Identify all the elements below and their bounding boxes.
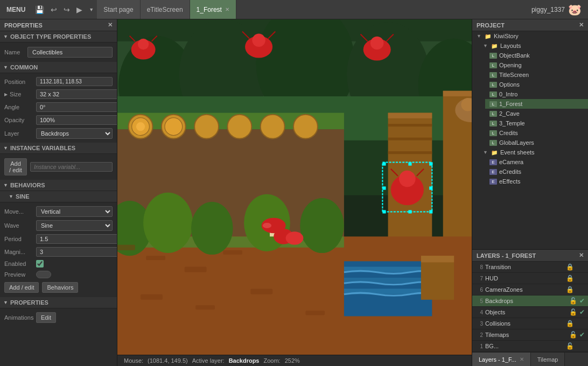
- layer-row-bg[interactable]: 1 BG... 🔓: [472, 341, 588, 352]
- tree-objectbank[interactable]: L ObjectBank: [485, 51, 588, 60]
- preview-toggle[interactable]: [36, 271, 51, 278]
- enabled-checkbox[interactable]: [36, 260, 44, 268]
- svg-rect-80: [250, 288, 272, 294]
- sine-arrow-icon: ▼: [9, 194, 13, 199]
- tab-etitlescreen[interactable]: eTitleScreen: [141, 0, 190, 19]
- tree-0intro[interactable]: L 0_Intro: [485, 89, 588, 99]
- size-input[interactable]: [36, 89, 117, 99]
- layer-lock-icon[interactable]: 🔒: [566, 320, 574, 327]
- layer-visible-icon[interactable]: ✔: [579, 331, 585, 339]
- tree-expand-icon: ▼: [483, 150, 488, 155]
- edit-animations-button[interactable]: Edit: [36, 312, 56, 323]
- layer-visible-icon[interactable]: ✔: [579, 297, 585, 305]
- tab-start-page[interactable]: Start page: [97, 0, 140, 19]
- tree-eeffects[interactable]: E eEffects: [485, 177, 588, 186]
- svg-point-47: [370, 37, 384, 50]
- position-input[interactable]: [36, 77, 113, 86]
- tree-event-sheets[interactable]: ▼ 📁 Event sheets: [479, 147, 588, 157]
- svg-point-35: [191, 202, 233, 255]
- menu-button[interactable]: MENU: [0, 6, 32, 13]
- canvas-area: Mouse: (1081.4, 149.5) Active layer: Bac…: [117, 19, 472, 366]
- zoom-label: Zoom:: [263, 357, 280, 364]
- layers-close-icon[interactable]: ✕: [579, 252, 584, 259]
- top-bar: MENU 💾 ↩ ↪ ▶ ▼ Start page eTitleScreen 1…: [0, 0, 588, 19]
- svg-point-69: [263, 223, 271, 228]
- properties-close-icon[interactable]: ✕: [108, 22, 113, 29]
- active-layer-label: Active layer:: [192, 357, 225, 364]
- project-panel: PROJECT ✕ ▼ 📁 KiwiStory ▼ 📁 Layouts L Ob…: [472, 19, 588, 249]
- game-canvas[interactable]: [117, 19, 472, 355]
- tree-titlescreen[interactable]: L TitleScreen: [485, 70, 588, 80]
- bottom-tab-layers[interactable]: Layers - 1_F... ✕: [472, 353, 531, 366]
- svg-point-16: [194, 115, 219, 139]
- angle-input[interactable]: [36, 102, 117, 112]
- project-close-icon[interactable]: ✕: [579, 22, 584, 29]
- section-behaviors[interactable]: ▼ BEHAVIORS: [0, 180, 117, 191]
- layer-lock-icon[interactable]: 🔓: [566, 342, 574, 350]
- layer-lock-icon[interactable]: 🔓: [569, 331, 577, 339]
- folder-icon: 📁: [491, 150, 498, 156]
- name-input[interactable]: [27, 47, 113, 58]
- tree-ecredits[interactable]: E eCredits: [485, 167, 588, 177]
- tree-credits[interactable]: L Credits: [485, 128, 588, 138]
- add-edit-behaviors-button[interactable]: Add / edit: [4, 282, 39, 293]
- layer-visible-icon[interactable]: ✔: [579, 308, 585, 316]
- period-input[interactable]: [36, 234, 117, 244]
- layer-row-tilemaps[interactable]: 2 Tilemaps 🔓 ✔: [472, 329, 588, 341]
- svg-point-71: [286, 231, 304, 245]
- name-row: Name: [0, 45, 117, 60]
- layer-lock-icon[interactable]: 🔒: [566, 263, 574, 271]
- tree-globallayers[interactable]: L GlobalLayers: [485, 138, 588, 147]
- tree-options[interactable]: L Options: [485, 80, 588, 89]
- tab-1forest[interactable]: 1_Forest ✕: [190, 0, 236, 19]
- wave-select[interactable]: Sine: [36, 220, 113, 231]
- undo-icon[interactable]: ↩: [47, 5, 60, 14]
- tree-ecamera[interactable]: E eCamera: [485, 157, 588, 167]
- section-instance-vars[interactable]: ▼ INSTANCE VARIABLES: [0, 143, 117, 154]
- bottom-tab-tilemap[interactable]: Tilemap: [531, 353, 565, 366]
- wave-row: Wave Sine: [0, 219, 117, 233]
- tab-close-icon[interactable]: ✕: [225, 6, 229, 12]
- play-icon[interactable]: ▶: [73, 5, 86, 14]
- svg-rect-73: [421, 256, 454, 262]
- section-sine[interactable]: ▼ SINE: [0, 191, 117, 202]
- layer-row-hud[interactable]: 7 HUD 🔒: [472, 273, 588, 284]
- mouse-value: (1081.4, 149.5): [148, 357, 188, 364]
- layer-row-transition[interactable]: 8 Transition 🔒: [472, 262, 588, 273]
- tree-1forest[interactable]: L 1_Forest: [485, 99, 588, 109]
- layer-select[interactable]: Backdrops: [36, 128, 113, 139]
- tree-3temple[interactable]: L 3_Temple: [485, 118, 588, 128]
- layer-lock-icon[interactable]: 🔒: [566, 274, 574, 282]
- svg-point-52: [399, 171, 416, 187]
- opacity-row: Opacity: [0, 114, 117, 126]
- tree-kiwistory[interactable]: ▼ 📁 KiwiStory: [472, 31, 588, 41]
- add-edit-instance-vars-button[interactable]: Add / edit: [4, 158, 27, 175]
- svg-rect-74: [117, 245, 135, 250]
- section-object-type[interactable]: ▼ OBJECT TYPE PROPERTIES: [0, 31, 117, 43]
- layer-lock-icon[interactable]: 🔓: [569, 297, 577, 305]
- tree-opening[interactable]: L Opening: [485, 60, 588, 70]
- bottom-tab-close-icon[interactable]: ✕: [520, 356, 524, 362]
- main-layout: PROPERTIES ✕ ▼ OBJECT TYPE PROPERTIES Na…: [0, 19, 588, 366]
- layout-icon: L: [489, 92, 497, 97]
- layer-row-backdrops[interactable]: 5 Backdrops 🔓 ✔: [472, 295, 588, 307]
- tree-layouts[interactable]: ▼ 📁 Layouts: [479, 41, 588, 51]
- redo-icon[interactable]: ↪: [60, 5, 73, 14]
- sine-content: Move... Vertical Wave Sine Period Magni.…: [0, 202, 117, 297]
- layer-row-collisions[interactable]: 3 Collisions 🔒: [472, 318, 588, 329]
- move-select[interactable]: Vertical: [36, 206, 113, 217]
- layer-row-objects[interactable]: 4 Objects 🔓 ✔: [472, 307, 588, 318]
- save-icon[interactable]: 💾: [32, 5, 47, 14]
- object-type-content: Name: [0, 43, 117, 62]
- layer-lock-icon[interactable]: 🔒: [566, 286, 574, 293]
- play-dropdown-icon[interactable]: ▼: [86, 7, 97, 12]
- layer-row-camerazones[interactable]: 6 CameraZones 🔒: [472, 284, 588, 295]
- opacity-input[interactable]: [36, 115, 117, 125]
- magni-input[interactable]: [36, 247, 117, 257]
- angle-row: Angle: [0, 101, 117, 114]
- section-properties2[interactable]: ▼ PROPERTIES: [0, 297, 117, 308]
- tree-2cave[interactable]: L 2_Cave: [485, 109, 588, 118]
- section-common[interactable]: ▼ COMMON: [0, 62, 117, 73]
- layer-lock-icon[interactable]: 🔓: [569, 308, 577, 316]
- behaviors-button[interactable]: Behaviors: [42, 282, 78, 293]
